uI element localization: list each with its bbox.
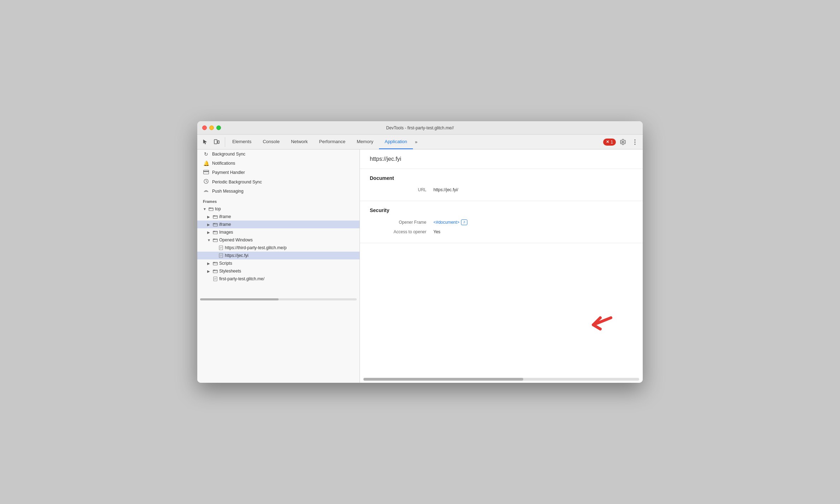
background-sync-icon: ↻ [203,151,209,157]
svg-rect-10 [209,208,213,211]
sidebar: ↻ Background Sync 🔔 Notifications Paymen… [197,150,360,383]
svg-rect-5 [204,170,209,174]
settings-button[interactable] [618,137,628,147]
svg-rect-24 [213,270,217,273]
tree-arrow-scripts: ▶ [207,262,211,265]
devtools-toolbar: Elements Console Network Performance Mem… [197,135,643,150]
svg-rect-14 [213,239,217,242]
tree-label-opened-windows: Opened Windows [219,238,253,242]
error-count: 1 [611,140,613,145]
tab-console[interactable]: Console [257,135,285,149]
page-icon-third-party [218,245,223,250]
tree-item-iframe-2[interactable]: ▶ iframe [197,221,360,228]
tree-arrow-images: ▶ [207,230,211,234]
tab-memory[interactable]: Memory [351,135,379,149]
sidebar-item-background-sync[interactable]: ↻ Background Sync [197,150,360,159]
folder-icon-opened-windows [213,238,218,242]
tree-arrow-top: ▼ [203,207,207,211]
security-section: Security Opener Frame <#document> /! Acc… [360,201,643,243]
tree-item-iframe-1[interactable]: ▶ iframe [197,213,360,221]
tree-arrow-stylesheets: ▶ [207,269,211,273]
tab-application[interactable]: Application [379,135,413,149]
opener-frame-row: Opener Frame <#document> /! [370,217,633,227]
tree-label-top: top [215,206,221,211]
arrow-annotation [583,311,614,336]
security-section-title: Security [370,207,633,213]
more-options-button[interactable] [630,137,640,147]
tree-item-jec-fyi[interactable]: ▶ https://jec.fyi [197,252,360,259]
push-messaging-icon [203,188,209,194]
sidebar-scrollbar[interactable] [197,297,360,303]
minimize-button[interactable] [209,125,214,130]
tab-network[interactable]: Network [285,135,314,149]
toolbar-tabs: Elements Console Network Performance Mem… [227,135,603,149]
devtools-body: ↻ Background Sync 🔔 Notifications Paymen… [197,150,643,383]
tree-item-opened-windows[interactable]: ▼ Opened Windows [197,236,360,244]
folder-icon-iframe-1 [213,214,218,219]
svg-rect-1 [218,141,219,143]
more-tabs-button[interactable]: » [413,139,420,145]
folder-icon-iframe-2 [213,222,218,227]
toolbar-right: ✕ 1 [603,137,640,147]
error-badge[interactable]: ✕ 1 [603,139,616,146]
opener-frame-value: <#document> /! [433,219,467,225]
svg-rect-13 [213,231,217,234]
devtools-window: DevTools - first-party-test.glitch.me// … [197,121,643,383]
tree-label-iframe-1: iframe [219,214,231,219]
tree-label-jec-fyi: https://jec.fyi [225,253,249,258]
svg-point-4 [635,143,636,145]
tab-elements[interactable]: Elements [227,135,257,149]
tree-item-third-party[interactable]: ▶ https://third-party-test.glitch.me/p [197,244,360,252]
device-toolbar-button[interactable] [211,137,221,147]
main-panel: https://jec.fyi Document URL https://jec… [360,150,643,383]
traffic-lights [202,125,221,130]
sidebar-scrollbar-thumb [200,298,279,300]
tree-label-iframe-2: iframe [219,222,231,227]
folder-icon-scripts [213,261,218,266]
tree-item-top[interactable]: ▼ top [197,205,360,213]
folder-icon-images [213,230,218,235]
folder-icon [209,206,214,211]
svg-point-3 [635,141,636,142]
svg-rect-12 [213,223,217,226]
tree-label-scripts: Scripts [219,261,232,266]
tab-performance[interactable]: Performance [314,135,351,149]
code-icon[interactable]: /! [461,219,467,225]
sidebar-item-notifications[interactable]: 🔔 Notifications [197,159,360,168]
payment-handler-icon [203,170,209,175]
frames-section-title: Frames [197,196,360,205]
tree-item-scripts[interactable]: ▶ Scripts [197,259,360,267]
sidebar-item-push-messaging[interactable]: Push Messaging [197,187,360,196]
opener-frame-label: Opener Frame [370,220,433,225]
tree-label-third-party: https://third-party-test.glitch.me/p [225,245,287,250]
cursor-icon-button[interactable] [200,137,210,147]
tree-arrow-iframe-1: ▶ [207,215,211,219]
sidebar-item-payment-handler[interactable]: Payment Handler [197,168,360,177]
svg-rect-23 [213,262,217,265]
maximize-button[interactable] [216,125,221,130]
notifications-icon: 🔔 [203,160,209,166]
document-url-value: https://jec.fyi/ [433,187,458,192]
tree-item-first-party[interactable]: ▶ first-party-test.glitch.me/ [197,275,360,283]
document-url-label: URL [370,187,433,192]
tree-item-stylesheets[interactable]: ▶ Stylesheets [197,267,360,275]
svg-rect-11 [213,216,217,218]
close-button[interactable] [202,125,207,130]
access-to-opener-value: Yes [433,229,441,234]
main-scrollbar-track[interactable] [363,378,639,381]
sidebar-scrollbar-track [200,298,357,300]
opener-frame-link[interactable]: <#document> [433,220,459,225]
document-url-row: URL https://jec.fyi/ [370,185,633,194]
error-x-icon: ✕ [606,140,609,144]
document-section-title: Document [370,175,633,181]
page-icon-first-party [213,276,218,281]
tree-label-first-party: first-party-test.glitch.me/ [219,276,264,281]
sidebar-item-periodic-sync[interactable]: Periodic Background Sync [197,177,360,187]
tree-item-images[interactable]: ▶ Images [197,228,360,236]
main-url-header: https://jec.fyi [360,150,643,169]
tree-arrow-opened-windows: ▼ [207,238,211,242]
tree-label-stylesheets: Stylesheets [219,269,241,274]
folder-icon-stylesheets [213,269,218,274]
title-bar: DevTools - first-party-test.glitch.me// [197,121,643,135]
access-to-opener-row: Access to opener Yes [370,227,633,236]
